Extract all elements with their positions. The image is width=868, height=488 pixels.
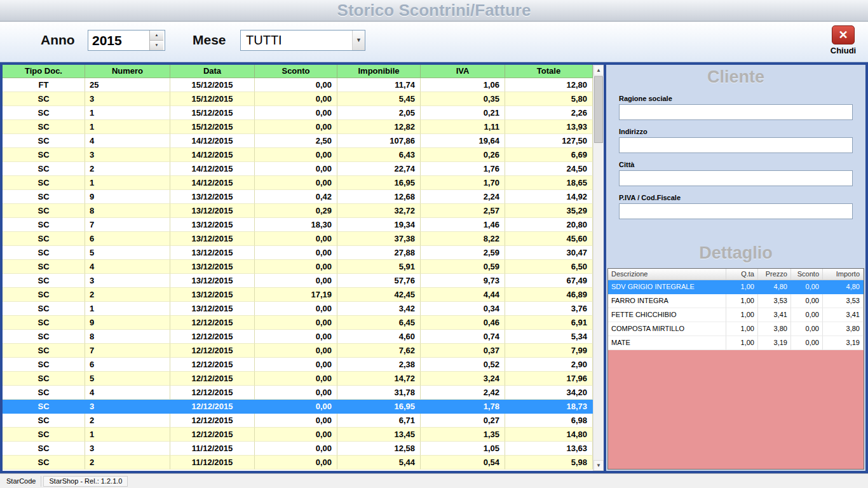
- detail-table: DescrizioneQ.taPrezzoScontoImporto SDV G…: [607, 268, 864, 470]
- table-cell: 13,93: [505, 120, 593, 134]
- table-cell: 0,26: [421, 148, 505, 162]
- table-cell: 15/12/2015: [170, 120, 255, 134]
- detail-row[interactable]: MATE1,003,190,003,19: [608, 336, 864, 350]
- spinner-down-icon[interactable]: ▼: [150, 41, 163, 50]
- table-cell: 3: [85, 274, 170, 288]
- table-cell: 14/12/2015: [170, 176, 255, 190]
- scrollbar-thumb[interactable]: [594, 76, 603, 143]
- table-row[interactable]: SC712/12/20150,007,620,377,99: [3, 344, 593, 358]
- detail-row[interactable]: FETTE CHICCHIBIO1,003,410,003,41: [608, 308, 864, 322]
- table-cell: 2,50: [255, 134, 337, 148]
- table-row[interactable]: SC813/12/20150,2932,722,5735,29: [3, 204, 593, 218]
- table-row[interactable]: SC913/12/20150,4212,682,2414,92: [3, 190, 593, 204]
- table-cell: 6: [85, 358, 170, 372]
- detail-cell: MATE: [608, 336, 726, 350]
- table-row[interactable]: SC211/12/20150,005,440,545,98: [3, 456, 593, 470]
- table-cell: SC: [3, 92, 85, 106]
- table-cell: 2,26: [505, 106, 593, 120]
- table-cell: 12/12/2015: [170, 358, 255, 372]
- scroll-up-icon[interactable]: ▲: [593, 65, 604, 76]
- table-cell: SC: [3, 344, 85, 358]
- table-cell: 5,80: [505, 92, 593, 106]
- detail-row[interactable]: COMPOSTA MIRTILLO1,003,800,003,80: [608, 322, 864, 336]
- chiudi-button[interactable]: ✕ Chiudi: [825, 25, 862, 55]
- column-header[interactable]: Imponibile: [337, 65, 421, 78]
- table-cell: 2,90: [505, 358, 593, 372]
- scroll-down-icon[interactable]: ▼: [593, 460, 604, 471]
- table-row[interactable]: SC114/12/20150,0016,951,7018,65: [3, 176, 593, 190]
- detail-cell: 0,00: [791, 336, 823, 350]
- column-header[interactable]: Data: [170, 65, 255, 78]
- column-header[interactable]: Numero: [85, 65, 170, 78]
- table-row[interactable]: SC414/12/20152,50107,8619,64127,50: [3, 134, 593, 148]
- table-row[interactable]: SC612/12/20150,002,380,522,90: [3, 358, 593, 372]
- piva-input[interactable]: [619, 203, 853, 219]
- mese-label: Mese: [193, 32, 226, 48]
- table-cell: 0,21: [421, 106, 505, 120]
- ragione-sociale-field: Ragione sociale: [619, 87, 853, 120]
- table-row[interactable]: SC313/12/20150,0057,769,7367,49: [3, 274, 593, 288]
- table-row[interactable]: SC214/12/20150,0022,741,7624,50: [3, 162, 593, 176]
- detail-column-header[interactable]: Importo: [823, 269, 864, 280]
- mese-select[interactable]: TUTTI ▼: [240, 30, 365, 51]
- column-header[interactable]: IVA: [421, 65, 505, 78]
- table-row[interactable]: SC312/12/20150,0016,951,7818,73: [3, 400, 593, 414]
- table-row[interactable]: SC613/12/20150,0037,388,2245,60: [3, 232, 593, 246]
- ragione-sociale-input[interactable]: [619, 104, 853, 120]
- spinner-up-icon[interactable]: ▲: [150, 30, 163, 41]
- table-row[interactable]: SC413/12/20150,005,910,596,50: [3, 260, 593, 274]
- table-cell: SC: [3, 428, 85, 442]
- table-row[interactable]: SC314/12/20150,006,430,266,69: [3, 148, 593, 162]
- table-row[interactable]: SC315/12/20150,005,450,355,80: [3, 92, 593, 106]
- column-header[interactable]: Tipo Doc.: [3, 65, 85, 78]
- table-row[interactable]: SC115/12/20150,002,050,212,26: [3, 106, 593, 120]
- detail-column-header[interactable]: Q.ta: [726, 269, 758, 280]
- detail-cell: 3,53: [823, 294, 864, 308]
- window-title: Storico Scontrini/Fatture: [337, 1, 531, 20]
- table-cell: 6,98: [505, 414, 593, 428]
- table-cell: 2,57: [421, 204, 505, 218]
- table-cell: 0,74: [421, 330, 505, 344]
- table-cell: 9: [85, 316, 170, 330]
- table-cell: 22,74: [337, 162, 421, 176]
- table-cell: 0,52: [421, 358, 505, 372]
- table-row[interactable]: SC112/12/20150,0013,451,3514,80: [3, 428, 593, 442]
- table-row[interactable]: SC311/12/20150,0012,581,0513,63: [3, 442, 593, 456]
- table-cell: 12/12/2015: [170, 372, 255, 386]
- table-row[interactable]: SC115/12/20150,0012,821,1113,93: [3, 120, 593, 134]
- vertical-scrollbar[interactable]: ▲ ▼: [593, 65, 604, 471]
- citta-input[interactable]: [619, 170, 853, 186]
- column-header[interactable]: Totale: [505, 65, 593, 78]
- detail-column-header[interactable]: Sconto: [791, 269, 823, 280]
- table-row[interactable]: SC113/12/20150,003,420,343,76: [3, 302, 593, 316]
- table-row[interactable]: FT2515/12/20150,0011,741,0612,80: [3, 78, 593, 92]
- table-row[interactable]: SC512/12/20150,0014,723,2417,96: [3, 372, 593, 386]
- indirizzo-input[interactable]: [619, 137, 853, 153]
- table-cell: 1,11: [421, 120, 505, 134]
- table-row[interactable]: SC212/12/20150,006,710,276,98: [3, 414, 593, 428]
- table-cell: 7,99: [505, 344, 593, 358]
- anno-input[interactable]: [88, 30, 149, 50]
- table-cell: 46,89: [505, 288, 593, 302]
- table-row[interactable]: SC713/12/201518,3019,341,4620,80: [3, 218, 593, 232]
- table-row[interactable]: SC412/12/20150,0031,782,4234,20: [3, 386, 593, 400]
- table-row[interactable]: SC513/12/20150,0027,882,5930,47: [3, 246, 593, 260]
- detail-column-header[interactable]: Descrizione: [608, 269, 726, 280]
- table-cell: 13/12/2015: [170, 274, 255, 288]
- table-cell: 3: [85, 400, 170, 414]
- table-cell: 0,00: [255, 148, 337, 162]
- table-row[interactable]: SC213/12/201517,1942,454,4446,89: [3, 288, 593, 302]
- column-header[interactable]: Sconto: [255, 65, 337, 78]
- table-row[interactable]: SC812/12/20150,004,600,745,34: [3, 330, 593, 344]
- detail-row[interactable]: FARRO INTEGRA1,003,530,003,53: [608, 294, 864, 308]
- table-row[interactable]: SC912/12/20150,006,450,466,91: [3, 316, 593, 330]
- citta-field: Città: [619, 153, 853, 186]
- detail-cell: 0,00: [791, 280, 823, 294]
- detail-row[interactable]: SDV GRIGIO INTEGRALE1,004,800,004,80: [608, 280, 864, 294]
- table-cell: 2: [85, 162, 170, 176]
- detail-column-header[interactable]: Prezzo: [758, 269, 791, 280]
- detail-cell: 1,00: [726, 308, 758, 322]
- detail-cell: 1,00: [726, 322, 758, 336]
- table-cell: 12,68: [337, 190, 421, 204]
- anno-spinner[interactable]: ▲ ▼: [88, 30, 165, 51]
